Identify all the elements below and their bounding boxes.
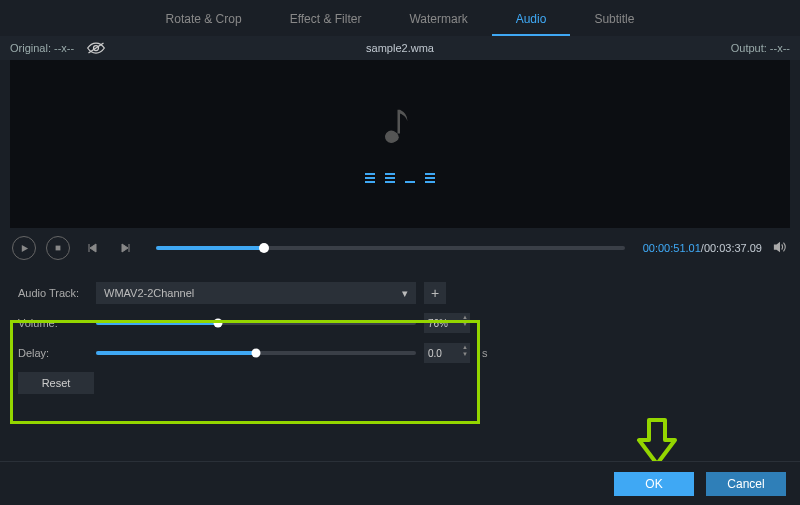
delay-unit: s xyxy=(482,347,488,359)
tab-rotate-crop[interactable]: Rotate & Crop xyxy=(142,4,266,36)
cancel-button[interactable]: Cancel xyxy=(706,472,786,496)
delay-thumb[interactable] xyxy=(252,349,261,358)
music-note-icon xyxy=(385,106,415,149)
audio-track-label: Audio Track: xyxy=(18,287,88,299)
tab-effect-filter[interactable]: Effect & Filter xyxy=(266,4,386,36)
output-size-label: Output: --x-- xyxy=(731,42,790,54)
delay-slider[interactable] xyxy=(96,351,416,355)
audio-track-select[interactable]: WMAV2-2Channel ▾ xyxy=(96,282,416,304)
tab-subtitle[interactable]: Subtitle xyxy=(570,4,658,36)
audio-track-value: WMAV2-2Channel xyxy=(104,287,194,299)
volume-label: Volume: xyxy=(18,317,88,329)
current-time: 00:00:51.01 xyxy=(643,242,701,254)
footer-bar: OK Cancel xyxy=(0,461,800,505)
svg-rect-3 xyxy=(56,246,61,251)
time-display: 00:00:51.01/00:03:37.09 xyxy=(643,242,762,254)
volume-thumb[interactable] xyxy=(213,319,222,328)
chevron-down-icon: ▾ xyxy=(402,287,408,300)
tab-bar: Rotate & Crop Effect & Filter Watermark … xyxy=(0,0,800,36)
seek-thumb[interactable] xyxy=(259,243,269,253)
stop-button[interactable] xyxy=(46,236,70,260)
transport-bar: 00:00:51.01/00:03:37.09 xyxy=(0,228,800,268)
delay-spinner[interactable]: 0.0 ▲▼ xyxy=(424,343,470,363)
volume-value: 76% xyxy=(428,318,448,329)
equalizer-icon xyxy=(365,171,435,183)
next-button[interactable] xyxy=(114,236,138,260)
total-time: 00:03:37.09 xyxy=(704,242,762,254)
tab-audio[interactable]: Audio xyxy=(492,4,571,36)
preview-toggle-icon[interactable] xyxy=(86,41,106,55)
prev-button[interactable] xyxy=(80,236,104,260)
preview-panel xyxy=(10,60,790,228)
svg-point-2 xyxy=(386,132,399,142)
seek-slider[interactable] xyxy=(156,246,625,250)
tab-watermark[interactable]: Watermark xyxy=(385,4,491,36)
volume-up-icon[interactable]: ▲ xyxy=(462,314,468,321)
delay-value: 0.0 xyxy=(428,348,442,359)
reset-button[interactable]: Reset xyxy=(18,372,94,394)
delay-label: Delay: xyxy=(18,347,88,359)
add-track-button[interactable]: + xyxy=(424,282,446,304)
filename-label: sample2.wma xyxy=(366,42,434,54)
volume-down-icon[interactable]: ▼ xyxy=(462,321,468,328)
delay-up-icon[interactable]: ▲ xyxy=(462,344,468,351)
audio-controls: Audio Track: WMAV2-2Channel ▾ + Volume: … xyxy=(0,268,800,408)
info-bar: Original: --x-- sample2.wma Output: --x-… xyxy=(0,36,800,60)
seek-fill xyxy=(156,246,264,250)
delay-fill xyxy=(96,351,256,355)
volume-fill xyxy=(96,321,218,325)
volume-spinner[interactable]: 76% ▲▼ xyxy=(424,313,470,333)
delay-down-icon[interactable]: ▼ xyxy=(462,351,468,358)
volume-icon[interactable] xyxy=(772,240,788,257)
volume-slider[interactable] xyxy=(96,321,416,325)
play-button[interactable] xyxy=(12,236,36,260)
ok-button[interactable]: OK xyxy=(614,472,694,496)
original-size-label: Original: --x-- xyxy=(10,42,74,54)
